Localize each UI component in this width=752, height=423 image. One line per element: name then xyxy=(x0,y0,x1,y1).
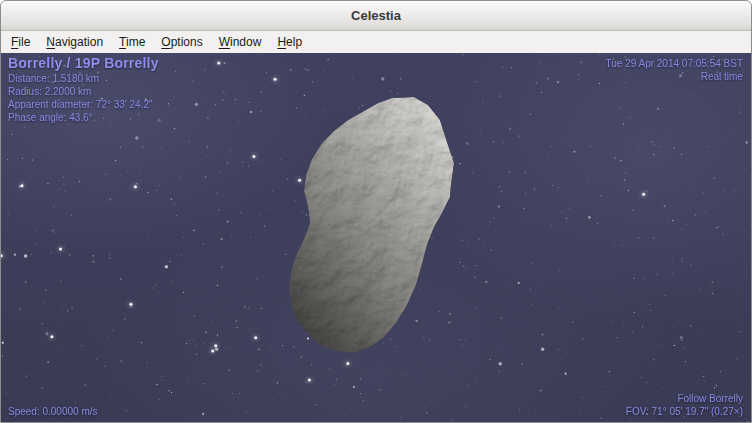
menu-time[interactable]: Time xyxy=(111,33,153,51)
selected-object-title: Borrelly / 19P Borrelly xyxy=(8,55,159,72)
travel-speed: Speed: 0.00000 m/s xyxy=(8,405,98,418)
window-title: Celestia xyxy=(351,8,401,23)
menu-options[interactable]: Options xyxy=(153,33,210,51)
hud-speed: Speed: 0.00000 m/s xyxy=(8,405,98,418)
window-titlebar[interactable]: Celestia xyxy=(1,1,751,31)
comet-surface[interactable] xyxy=(289,97,454,353)
hud-object-info: Borrelly / 19P Borrelly Distance: 1.5180… xyxy=(8,55,159,124)
hud-view-info: Follow Borrelly FOV: 71° 05' 19.7" (0.27… xyxy=(626,392,743,418)
space-viewport[interactable]: Borrelly / 19P Borrelly Distance: 1.5180… xyxy=(1,53,751,422)
time-rate: Real time xyxy=(605,70,743,83)
hud-time-info: Tue 29 Apr 2014 07:05:54 BST Real time xyxy=(605,57,743,83)
celestia-window: Celestia File Navigation Time Options Wi… xyxy=(0,0,752,423)
field-of-view: FOV: 71° 05' 19.7" (0.27×) xyxy=(626,405,743,418)
follow-mode: Follow Borrelly xyxy=(626,392,743,405)
simulation-datetime: Tue 29 Apr 2014 07:05:54 BST xyxy=(605,57,743,70)
comet-nucleus[interactable] xyxy=(280,93,464,361)
object-apparent-diameter: Apparent diameter: 72° 33' 24.2" xyxy=(8,98,159,111)
object-phase-angle: Phase angle: 43.6° xyxy=(8,111,159,124)
menu-help[interactable]: Help xyxy=(269,33,310,51)
menu-navigation[interactable]: Navigation xyxy=(38,33,111,51)
object-distance: Distance: 1.5180 km xyxy=(8,72,159,85)
menubar: File Navigation Time Options Window Help xyxy=(1,31,751,53)
menu-file[interactable]: File xyxy=(3,33,38,51)
object-radius: Radius: 2.2000 km xyxy=(8,85,159,98)
menu-window[interactable]: Window xyxy=(211,33,270,51)
